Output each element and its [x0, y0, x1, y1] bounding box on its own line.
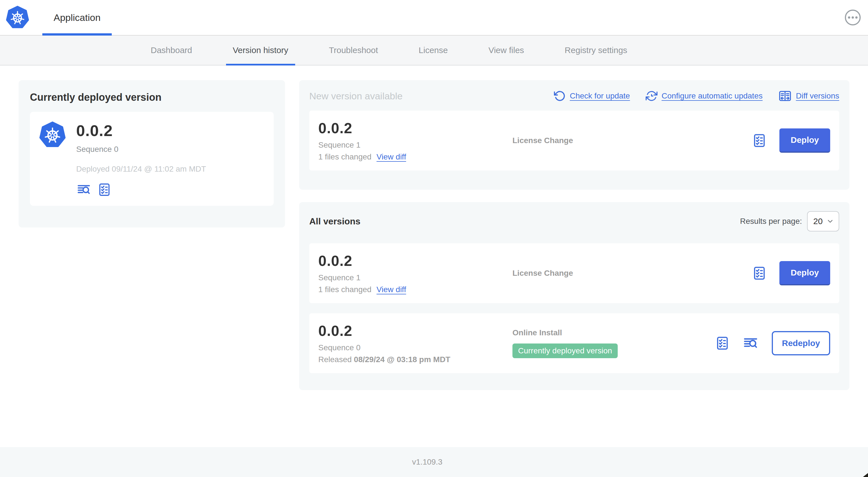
deployed-card-title: Currently deployed version	[30, 91, 274, 103]
version-source: License Change	[513, 269, 752, 278]
app-header: Application	[0, 0, 868, 35]
version-sequence: Sequence 1	[318, 273, 513, 282]
results-per-page-label: Results per page:	[740, 217, 802, 226]
configure-automatic-updates-link[interactable]: Configure automatic updates	[661, 91, 763, 100]
version-number: 0.0.2	[318, 322, 513, 339]
all-versions-title: All versions	[309, 216, 360, 227]
check-for-update-action[interactable]: Check for update	[554, 90, 630, 102]
deployed-timestamp: Deployed 09/11/24 @ 11:02 am MDT	[76, 165, 206, 174]
files-changed-label: 1 files changed	[318, 285, 371, 294]
view-logs-icon[interactable]	[76, 182, 92, 197]
new-version-card: New version available Check for update C…	[299, 80, 849, 190]
version-number: 0.0.2	[318, 120, 513, 137]
tab-troubleshoot[interactable]: Troubleshoot	[322, 35, 385, 65]
deploy-button[interactable]: Deploy	[779, 128, 830, 153]
ellipsis-dot	[851, 17, 854, 19]
tab-version-history[interactable]: Version history	[226, 35, 295, 65]
preflight-checklist-icon[interactable]	[97, 182, 112, 197]
check-for-update-link[interactable]: Check for update	[570, 91, 630, 100]
version-actions: Check for update Configure automatic upd…	[554, 89, 839, 103]
kubernetes-logo-icon	[6, 6, 29, 29]
version-number: 0.0.2	[318, 252, 513, 269]
released-timestamp: Released 08/29/24 @ 03:18 pm MDT	[318, 355, 513, 364]
overflow-menu-button[interactable]	[845, 9, 861, 25]
version-sequence: Sequence 1	[318, 141, 513, 150]
ellipsis-dot	[848, 17, 850, 19]
diff-panes-icon	[778, 89, 792, 103]
currently-deployed-card: Currently deployed version 0.0.2 Sequenc…	[19, 80, 285, 228]
tab-view-files[interactable]: View files	[482, 35, 531, 65]
files-changed-label: 1 files changed	[318, 152, 371, 161]
deploy-button[interactable]: Deploy	[779, 261, 830, 285]
version-row: 0.0.2 Sequence 1 1 files changed View di…	[309, 111, 839, 171]
app-title-tab[interactable]: Application	[42, 0, 112, 35]
auto-update-clock-icon	[646, 90, 657, 102]
app-title: Application	[54, 12, 100, 23]
preflight-checklist-icon[interactable]	[752, 265, 767, 282]
deployed-version-number: 0.0.2	[76, 121, 206, 140]
view-diff-link[interactable]: View diff	[376, 285, 406, 294]
view-diff-link[interactable]: View diff	[376, 152, 406, 161]
main-content: Currently deployed version 0.0.2 Sequenc…	[0, 65, 868, 447]
diff-versions-link[interactable]: Diff versions	[796, 91, 839, 100]
results-per-page-select[interactable]: 20	[807, 211, 839, 232]
currently-deployed-badge: Currently deployed version	[513, 344, 618, 358]
redeploy-button[interactable]: Redeploy	[772, 331, 830, 355]
version-source: License Change	[513, 136, 752, 145]
section-tabs: Dashboard Version history Troubleshoot L…	[0, 35, 868, 65]
version-row: 0.0.2 Sequence 0 Released 08/29/24 @ 03:…	[309, 313, 839, 373]
version-row: 0.0.2 Sequence 1 1 files changed View di…	[309, 243, 839, 303]
version-sequence: Sequence 0	[318, 343, 513, 352]
diff-versions-action[interactable]: Diff versions	[778, 89, 839, 103]
configure-automatic-updates-action[interactable]: Configure automatic updates	[646, 90, 763, 102]
view-logs-icon[interactable]	[742, 335, 760, 351]
tab-license[interactable]: License	[412, 35, 455, 65]
new-version-title: New version available	[309, 91, 403, 101]
tab-dashboard[interactable]: Dashboard	[144, 35, 199, 65]
preflight-checklist-icon[interactable]	[715, 335, 730, 352]
deployed-version-info: 0.0.2 Sequence 0 Deployed 09/11/24 @ 11:…	[76, 121, 206, 197]
version-history-page: Application Dashboard Version history Tr…	[0, 0, 868, 477]
kubernetes-logo-icon	[39, 121, 66, 197]
deployed-version-card: 0.0.2 Sequence 0 Deployed 09/11/24 @ 11:…	[30, 112, 274, 206]
results-per-page-value: 20	[813, 216, 823, 226]
chevron-down-icon	[826, 217, 834, 225]
versions-column: New version available Check for update C…	[299, 80, 849, 436]
ellipsis-dot	[855, 17, 858, 19]
deployed-column: Currently deployed version 0.0.2 Sequenc…	[19, 80, 285, 436]
rotate-ccw-icon	[554, 90, 566, 102]
all-versions-card: All versions Results per page: 20 0.0.2	[299, 202, 849, 390]
version-source: Online Install	[513, 328, 715, 337]
tab-registry-settings[interactable]: Registry settings	[558, 35, 634, 65]
deployed-sequence: Sequence 0	[76, 145, 206, 154]
console-version: v1.109.3	[412, 457, 442, 467]
footer: v1.109.3	[0, 447, 868, 477]
preflight-checklist-icon[interactable]	[752, 132, 767, 149]
